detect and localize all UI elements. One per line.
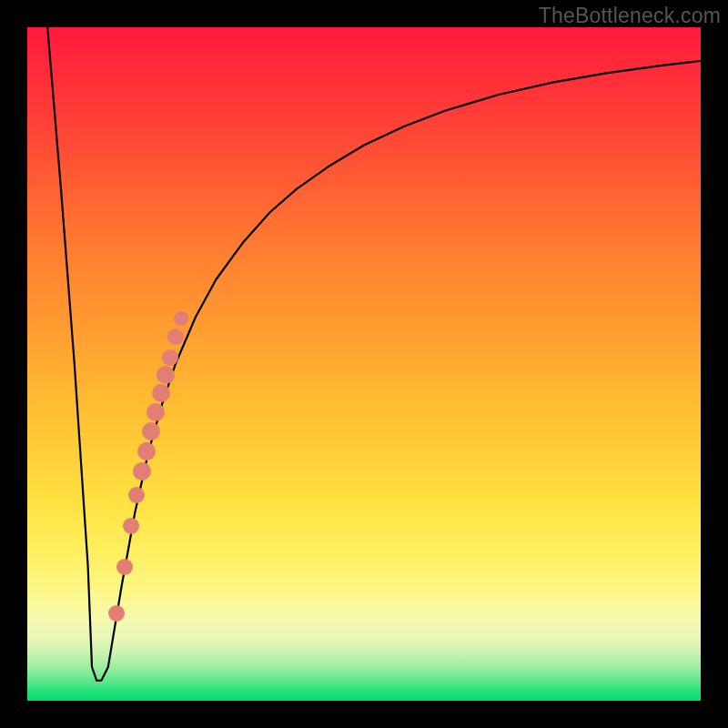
bottleneck-curve bbox=[27, 27, 701, 701]
watermark-text: TheBottleneck.com bbox=[539, 4, 721, 28]
chart-frame: TheBottleneck.com bbox=[0, 0, 728, 728]
marker-dot bbox=[128, 487, 145, 503]
marker-dot bbox=[147, 403, 165, 421]
marker-dot bbox=[157, 366, 175, 384]
marker-dot bbox=[152, 384, 170, 402]
marker-dot bbox=[142, 422, 160, 440]
plot-area bbox=[27, 27, 701, 701]
marker-dot bbox=[162, 349, 178, 366]
marker-dot bbox=[116, 559, 133, 575]
marker-dot bbox=[174, 311, 188, 326]
marker-dot bbox=[167, 329, 184, 345]
marker-dot bbox=[108, 605, 125, 622]
marker-dot bbox=[123, 518, 139, 534]
marker-dot bbox=[133, 462, 151, 480]
marker-dot bbox=[137, 442, 156, 460]
